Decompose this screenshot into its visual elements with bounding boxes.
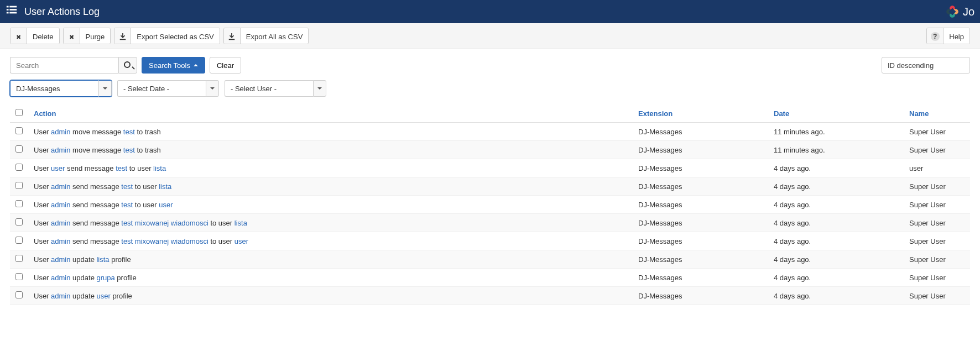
action-link[interactable]: user — [51, 164, 65, 172]
help-button[interactable]: Help — [926, 28, 970, 44]
row-checkbox[interactable] — [15, 164, 23, 171]
log-table: Action Extension Date Name User admin mo… — [10, 104, 970, 305]
action-link[interactable]: lista — [159, 182, 171, 191]
search-icon — [124, 61, 132, 70]
brand-text: Jo — [963, 6, 974, 18]
date-cell: 4 days ago. — [768, 250, 904, 269]
date-cell: 4 days ago. — [768, 214, 904, 232]
table-row: User user send message test to user list… — [10, 159, 970, 177]
row-checkbox[interactable] — [15, 145, 23, 153]
table-row: User admin send message test mixowanej w… — [10, 232, 970, 250]
extension-cell: DJ-Messages — [633, 141, 768, 159]
table-row: User admin update grupa profileDJ-Messag… — [10, 269, 970, 287]
action-link[interactable]: user — [159, 201, 173, 209]
table-row: User admin update lista profileDJ-Messag… — [10, 250, 970, 269]
action-link[interactable]: user — [96, 292, 110, 300]
clear-button[interactable]: Clear — [210, 57, 241, 74]
col-extension[interactable]: Extension — [633, 104, 768, 123]
date-cell: 11 minutes ago. — [768, 123, 904, 141]
row-checkbox[interactable] — [15, 127, 23, 134]
svg-rect-0 — [7, 6, 9, 8]
action-link[interactable]: test — [121, 201, 133, 209]
action-link[interactable]: test — [123, 128, 135, 136]
download-icon — [224, 28, 241, 44]
filter-user[interactable]: - Select User - — [225, 80, 326, 97]
action-link[interactable]: admin — [51, 292, 70, 300]
action-link[interactable]: test — [121, 182, 133, 191]
svg-rect-5 — [9, 12, 17, 14]
action-link[interactable]: admin — [51, 146, 70, 154]
filter-date[interactable]: - Select Date - — [117, 80, 219, 97]
table-row: User admin send message test to user lis… — [10, 177, 970, 196]
extension-cell: DJ-Messages — [633, 123, 768, 141]
col-date[interactable]: Date — [768, 104, 904, 123]
row-checkbox[interactable] — [15, 200, 23, 207]
name-cell: Super User — [904, 177, 970, 196]
action-link[interactable]: admin — [51, 128, 70, 136]
search-tools-button[interactable]: Search Tools — [142, 57, 205, 74]
purge-button[interactable]: Purge — [63, 28, 111, 44]
extension-cell: DJ-Messages — [633, 250, 768, 269]
action-cell: User admin send message test mixowanej w… — [28, 214, 633, 232]
sort-select[interactable]: ID descending — [882, 57, 970, 74]
action-link[interactable]: test — [123, 146, 135, 154]
page-title: User Actions Log — [24, 6, 100, 18]
extension-cell: DJ-Messages — [633, 287, 768, 305]
date-cell: 4 days ago. — [768, 232, 904, 250]
action-link[interactable]: lista — [96, 255, 109, 264]
action-cell: User user send message test to user list… — [28, 159, 633, 177]
action-link[interactable]: test mixowanej wiadomosci — [121, 237, 208, 245]
joomla-logo-icon — [945, 4, 960, 19]
action-cell: User admin update grupa profile — [28, 269, 633, 287]
action-link[interactable]: test mixowanej wiadomosci — [121, 219, 208, 227]
extension-cell: DJ-Messages — [633, 232, 768, 250]
select-all-checkbox[interactable] — [15, 109, 23, 116]
table-row: User admin update user profileDJ-Message… — [10, 287, 970, 305]
action-link[interactable]: admin — [51, 182, 70, 191]
svg-rect-1 — [9, 6, 17, 8]
action-link[interactable]: admin — [51, 201, 70, 209]
export-all-button[interactable]: Export All as CSV — [223, 28, 309, 44]
action-cell: User admin send message test to user use… — [28, 196, 633, 214]
svg-rect-2 — [7, 9, 9, 11]
action-link[interactable]: lista — [153, 164, 166, 172]
action-link[interactable]: grupa — [96, 274, 114, 282]
row-checkbox[interactable] — [15, 273, 23, 280]
app-header: User Actions Log Jo — [0, 0, 980, 23]
col-action[interactable]: Action — [28, 104, 633, 123]
table-row: User admin send message test mixowanej w… — [10, 214, 970, 232]
action-link[interactable]: lista — [234, 219, 247, 227]
extension-cell: DJ-Messages — [633, 214, 768, 232]
menu-icon[interactable] — [6, 4, 18, 19]
x-icon — [11, 28, 27, 44]
action-link[interactable]: admin — [51, 274, 70, 282]
search-button[interactable] — [118, 57, 137, 74]
export-selected-button[interactable]: Export Selected as CSV — [114, 28, 220, 44]
action-link[interactable]: user — [234, 237, 248, 245]
action-link[interactable]: admin — [51, 219, 70, 227]
action-link[interactable]: test — [116, 164, 127, 172]
name-cell: user — [904, 159, 970, 177]
extension-cell: DJ-Messages — [633, 177, 768, 196]
row-checkbox[interactable] — [15, 182, 23, 189]
row-checkbox[interactable] — [15, 291, 23, 298]
filter-extension[interactable]: DJ-Messages — [10, 80, 112, 97]
name-cell: Super User — [904, 232, 970, 250]
col-name[interactable]: Name — [904, 104, 970, 123]
date-cell: 4 days ago. — [768, 287, 904, 305]
row-checkbox[interactable] — [15, 255, 23, 262]
name-cell: Super User — [904, 196, 970, 214]
action-link[interactable]: admin — [51, 255, 70, 264]
action-link[interactable]: admin — [51, 237, 70, 245]
row-checkbox[interactable] — [15, 237, 23, 244]
date-cell: 4 days ago. — [768, 269, 904, 287]
row-checkbox[interactable] — [15, 218, 23, 226]
action-cell: User admin send message test mixowanej w… — [28, 232, 633, 250]
chevron-down-icon — [313, 80, 326, 97]
delete-button[interactable]: Delete — [10, 28, 60, 44]
search-input[interactable] — [10, 57, 118, 74]
action-cell: User admin update lista profile — [28, 250, 633, 269]
x-icon — [64, 28, 80, 44]
date-cell: 4 days ago. — [768, 159, 904, 177]
date-cell: 4 days ago. — [768, 177, 904, 196]
